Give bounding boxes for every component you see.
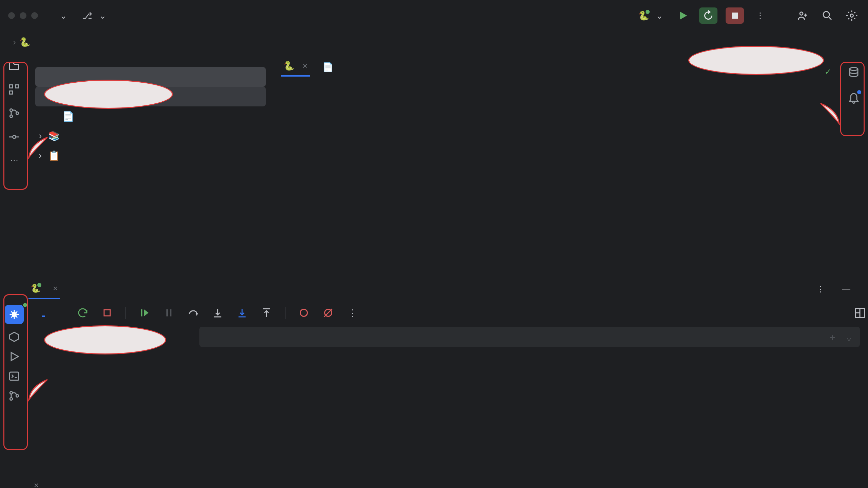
svg-point-10: [13, 136, 16, 139]
svg-point-16: [10, 398, 13, 400]
step-into-icon[interactable]: [210, 305, 226, 321]
svg-point-1: [800, 12, 803, 15]
git-tool-icon[interactable]: [7, 389, 21, 403]
svg-point-3: [850, 14, 853, 17]
frames-hint: ×: [34, 481, 39, 488]
minimize-icon[interactable]: —: [838, 281, 854, 297]
library-icon: 📚: [48, 130, 60, 142]
svg-rect-0: [732, 13, 738, 19]
debug-config-tab[interactable]: 🐍×: [28, 279, 60, 299]
database-tool-icon[interactable]: [847, 66, 861, 79]
svg-rect-4: [10, 85, 13, 88]
variables-panel[interactable]: + ⌄: [191, 324, 868, 488]
editor: 🐍× 📄 ✓: [273, 53, 840, 277]
svg-rect-6: [10, 91, 13, 94]
chevron-down-icon: ⌄: [60, 11, 67, 21]
run-config-selector[interactable]: 🐍 ⌄: [635, 8, 667, 23]
run-button[interactable]: [675, 7, 691, 24]
mute-breakpoints-icon[interactable]: [320, 305, 336, 321]
search-icon[interactable]: [819, 7, 835, 24]
close-icon[interactable]: ×: [53, 284, 58, 293]
resume-icon[interactable]: [136, 305, 153, 321]
debug-header: 🐍× ⋮ —: [0, 277, 868, 302]
close-icon[interactable]: ×: [302, 61, 308, 71]
structure-tool-icon[interactable]: [7, 83, 21, 96]
notifications-tool-icon[interactable]: [847, 91, 861, 104]
right-tool-stripe: [840, 53, 868, 277]
scratch-icon: 📋: [48, 150, 60, 161]
tab-main[interactable]: 🐍×: [281, 57, 310, 77]
project-tree[interactable]: 🐍 📄 ›📚 ›📋: [35, 67, 266, 165]
svg-point-15: [10, 391, 13, 394]
svg-point-8: [10, 115, 13, 118]
svg-point-7: [10, 109, 13, 111]
svg-point-9: [16, 112, 19, 115]
window-controls[interactable]: [8, 12, 38, 19]
evaluate-input[interactable]: + ⌄: [199, 327, 860, 347]
project-tool-icon[interactable]: [7, 59, 21, 73]
step-into-my-icon[interactable]: [234, 305, 250, 321]
step-out-icon[interactable]: [258, 305, 275, 321]
tree-external-libs[interactable]: ›📚: [35, 126, 266, 146]
python-icon: 🐍: [638, 11, 649, 21]
breadcrumb[interactable]: › 🐍: [0, 31, 868, 53]
svg-marker-13: [10, 332, 19, 342]
more-icon[interactable]: ⋮: [812, 281, 829, 297]
services-tool-icon[interactable]: [7, 330, 21, 344]
python-icon: 🐍: [283, 61, 294, 71]
svg-point-11: [850, 67, 858, 70]
layout-icon[interactable]: [852, 305, 868, 321]
terminal-tool-icon[interactable]: [7, 369, 21, 383]
editor-tabs: 🐍× 📄 ✓: [273, 53, 840, 77]
branch-selector[interactable]: ⎇ ⌄: [79, 8, 110, 23]
more-tools-icon[interactable]: ⋯: [7, 154, 21, 167]
more-actions-icon[interactable]: ⋮: [752, 7, 768, 24]
stop-button[interactable]: [726, 7, 744, 24]
inspections-ok-icon[interactable]: ✓: [825, 67, 840, 77]
left-tool-stripe: ⋯: [0, 53, 28, 277]
chevron-down-icon: ⌄: [99, 11, 106, 21]
debug-rerun-button[interactable]: [699, 7, 717, 24]
tab-requirements[interactable]: 📄: [320, 58, 340, 77]
python-icon: 🐍: [19, 37, 30, 47]
bottom-tool-stripe: [0, 302, 28, 488]
project-selector[interactable]: ⌄: [53, 8, 71, 23]
frames-list[interactable]: [28, 324, 191, 488]
code-with-me-icon[interactable]: [795, 7, 811, 24]
tree-file-main[interactable]: 🐍: [35, 87, 266, 106]
text-file-icon: 📄: [62, 111, 74, 122]
python-icon: 🐍: [31, 284, 41, 293]
text-file-icon: 📄: [322, 62, 333, 73]
tree-scratches[interactable]: ›📋: [35, 146, 266, 165]
svg-point-17: [16, 394, 19, 397]
stop-debug-icon[interactable]: [99, 305, 115, 321]
console-tab[interactable]: [53, 309, 56, 316]
chevron-down-icon: ⌄: [656, 11, 663, 21]
commit-tool-icon[interactable]: [7, 130, 21, 144]
vcs-tool-icon[interactable]: [7, 106, 21, 120]
python-icon: 🐍: [62, 91, 74, 102]
rerun-icon[interactable]: [75, 305, 91, 321]
chevron-right-icon: ›: [13, 37, 16, 47]
more-debug-icon[interactable]: ⋮: [344, 305, 361, 321]
view-breakpoints-icon[interactable]: [296, 305, 312, 321]
top-toolbar: ⌄ ⎇ ⌄ 🐍 ⌄ ⋮: [0, 0, 868, 31]
threads-tab[interactable]: [42, 309, 45, 317]
svg-rect-20: [166, 309, 168, 317]
debug-tool-icon[interactable]: [5, 305, 24, 324]
svg-point-2: [823, 12, 829, 18]
svg-rect-19: [141, 309, 143, 317]
tree-file-requirements[interactable]: 📄: [35, 106, 266, 126]
settings-icon[interactable]: [844, 7, 860, 24]
run-tool-icon[interactable]: [7, 350, 21, 363]
svg-rect-18: [104, 310, 110, 316]
svg-point-22: [300, 309, 308, 317]
branch-icon: ⎇: [82, 11, 92, 21]
debug-controls: ⋮: [28, 302, 868, 324]
code-area[interactable]: [273, 77, 840, 81]
pause-icon[interactable]: [161, 305, 177, 321]
svg-rect-14: [10, 372, 19, 380]
project-tool-window: 🐍 📄 ›📚 ›📋: [28, 53, 273, 277]
step-over-icon[interactable]: [185, 305, 201, 321]
svg-rect-5: [16, 85, 19, 88]
